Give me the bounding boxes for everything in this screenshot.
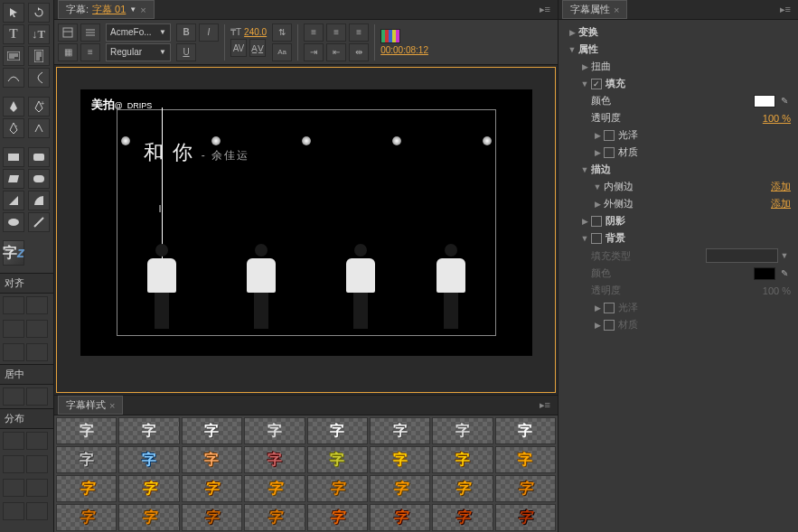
distribute-btn[interactable] bbox=[3, 479, 24, 497]
align-btn[interactable] bbox=[3, 320, 24, 338]
center-btn[interactable] bbox=[3, 387, 24, 406]
style-thumb[interactable]: 字 bbox=[432, 475, 493, 502]
convert-point-tool[interactable] bbox=[28, 118, 50, 138]
twirl-icon[interactable]: ▶ bbox=[578, 62, 591, 71]
font-family-dropdown[interactable]: AcmeFo...▼ bbox=[106, 23, 171, 42]
eyedropper-icon[interactable]: ✎ bbox=[778, 95, 791, 107]
area-type-tool[interactable] bbox=[3, 46, 24, 66]
video-preview-icon[interactable] bbox=[380, 29, 400, 43]
twirl-icon[interactable]: ▼ bbox=[578, 79, 591, 89]
style-thumb[interactable]: 字 bbox=[432, 417, 493, 444]
bg-sheen-checkbox[interactable] bbox=[604, 303, 615, 313]
templates-button[interactable] bbox=[58, 23, 78, 42]
shadow-checkbox[interactable] bbox=[591, 216, 602, 227]
vertical-type-tool[interactable]: ↓T bbox=[28, 24, 50, 44]
style-thumb[interactable]: 字 bbox=[56, 475, 117, 502]
bg-texture-checkbox[interactable] bbox=[604, 320, 615, 331]
underline-button[interactable]: U bbox=[176, 43, 196, 61]
title-name-link[interactable]: 字幕 01 bbox=[92, 3, 126, 16]
eyedropper-icon[interactable]: ✎ bbox=[778, 267, 791, 280]
style-thumb[interactable]: 字 bbox=[370, 446, 430, 473]
rounded-clipped-tool[interactable] bbox=[28, 169, 50, 189]
styles-grid[interactable]: 字字字字字字字字字字字字字字字字字字字字字字字字字字字字字字字字 bbox=[54, 415, 558, 532]
add-point-tool[interactable]: + bbox=[28, 97, 50, 117]
align-btn[interactable] bbox=[26, 343, 48, 361]
preview-area[interactable]: 美拍@_DRIPS_ I 和 你 - 余佳运 bbox=[56, 67, 556, 393]
style-thumb[interactable]: 字 bbox=[307, 417, 368, 444]
twirl-icon[interactable]: ▼ bbox=[566, 45, 578, 54]
style-thumb[interactable]: 字 bbox=[370, 417, 430, 444]
tab-button[interactable]: ⇹ bbox=[349, 43, 369, 61]
tab-button[interactable]: ⇥ bbox=[304, 43, 324, 61]
kerning-button[interactable]: AV bbox=[230, 39, 247, 57]
style-thumb[interactable]: 字 bbox=[307, 504, 368, 531]
vertical-area-type-tool[interactable] bbox=[28, 46, 50, 66]
align-btn[interactable] bbox=[3, 343, 24, 361]
style-thumb[interactable]: 字 bbox=[307, 475, 368, 502]
style-thumb[interactable]: 字 bbox=[182, 504, 242, 531]
twirl-icon[interactable]: ▼ bbox=[591, 182, 604, 191]
style-thumb[interactable]: 字 bbox=[495, 446, 556, 473]
style-thumb[interactable]: 字 bbox=[244, 504, 305, 531]
chevron-down-icon[interactable]: ▼ bbox=[129, 5, 136, 14]
style-thumb[interactable]: 字 bbox=[432, 446, 493, 473]
title-text[interactable]: 和 你 - 余佳运 bbox=[144, 139, 250, 166]
bold-button[interactable]: B bbox=[176, 23, 196, 42]
line-tool[interactable] bbox=[28, 212, 50, 232]
twirl-icon[interactable]: ▼ bbox=[578, 234, 591, 243]
timecode-display[interactable]: 00:00:08:12 bbox=[380, 45, 428, 55]
style-thumb[interactable]: 字 bbox=[118, 504, 179, 531]
align-left-button[interactable]: ≡ bbox=[304, 23, 324, 42]
align-right-button[interactable]: ≡ bbox=[349, 23, 369, 42]
distribute-btn[interactable] bbox=[26, 479, 48, 497]
distribute-btn[interactable] bbox=[3, 455, 24, 473]
style-thumb[interactable]: 字 bbox=[56, 417, 117, 444]
tab-button[interactable]: ⇤ bbox=[326, 43, 346, 61]
panel-menu-icon[interactable]: ▸≡ bbox=[536, 4, 554, 15]
center-btn[interactable] bbox=[26, 387, 48, 406]
style-thumb[interactable]: 字 bbox=[370, 504, 430, 531]
video-frame[interactable]: 美拍@_DRIPS_ I 和 你 - 余佳运 bbox=[80, 89, 532, 356]
distribute-btn[interactable] bbox=[3, 502, 24, 520]
style-thumb[interactable]: 字 bbox=[244, 446, 305, 473]
add-outer-stroke[interactable]: 添加 bbox=[771, 197, 791, 210]
delete-point-tool[interactable]: - bbox=[3, 118, 24, 138]
twirl-icon[interactable]: ▶ bbox=[566, 28, 578, 37]
clipped-rect-tool[interactable] bbox=[3, 169, 24, 189]
style-thumb[interactable]: 字 bbox=[56, 504, 117, 531]
menu-button[interactable] bbox=[80, 23, 100, 42]
distribute-btn[interactable] bbox=[3, 432, 24, 450]
texture-checkbox[interactable] bbox=[604, 147, 615, 158]
path-type-tool[interactable] bbox=[3, 68, 24, 88]
twirl-icon[interactable]: ▼ bbox=[578, 165, 591, 174]
distribute-btn[interactable] bbox=[26, 432, 48, 450]
twirl-icon[interactable]: ▶ bbox=[578, 217, 591, 226]
style-thumb[interactable]: 字 bbox=[495, 504, 556, 531]
opacity-input[interactable]: 100 % bbox=[763, 113, 791, 124]
panel-menu-icon[interactable]: ▸≡ bbox=[536, 399, 554, 411]
bg-color-swatch[interactable] bbox=[754, 267, 775, 280]
case-button[interactable]: Aa bbox=[272, 43, 292, 61]
close-icon[interactable]: × bbox=[614, 5, 619, 15]
style-thumb[interactable]: 字 bbox=[182, 417, 242, 444]
close-icon[interactable]: × bbox=[109, 400, 115, 411]
twirl-icon[interactable]: ▶ bbox=[591, 131, 604, 140]
style-thumb[interactable]: 字 bbox=[118, 446, 179, 473]
color-swatch[interactable] bbox=[754, 95, 775, 107]
rectangle-tool[interactable] bbox=[3, 147, 24, 167]
style-thumb[interactable]: 字 bbox=[182, 475, 242, 502]
style-thumb[interactable]: 字 bbox=[118, 475, 179, 502]
align-btn[interactable] bbox=[26, 296, 48, 314]
align-btn[interactable] bbox=[3, 296, 24, 314]
style-thumb[interactable]: 字 bbox=[118, 417, 179, 444]
title-tab[interactable]: 字幕: 字幕 01 ▼ × bbox=[58, 0, 155, 19]
current-style[interactable]: 字z bbox=[3, 240, 24, 266]
style-thumb[interactable]: 字 bbox=[244, 417, 305, 444]
style-thumb[interactable]: 字 bbox=[495, 475, 556, 502]
style-thumb[interactable]: 字 bbox=[495, 417, 556, 444]
pen-tool[interactable] bbox=[3, 97, 24, 117]
rotate-tool[interactable] bbox=[28, 3, 50, 23]
align-btn[interactable] bbox=[26, 320, 48, 338]
vertical-path-type-tool[interactable] bbox=[28, 68, 50, 88]
panel-menu-icon[interactable]: ▸≡ bbox=[776, 4, 794, 15]
